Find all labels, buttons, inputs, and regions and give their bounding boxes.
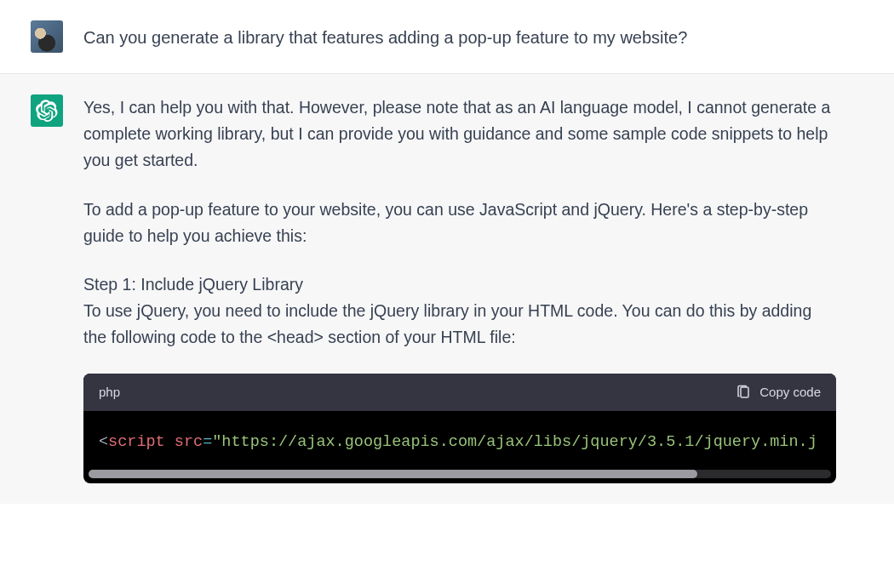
user-message: Can you generate a library that features…	[0, 0, 894, 74]
clipboard-icon	[736, 385, 751, 400]
copy-code-label: Copy code	[759, 382, 821, 402]
code-scrollbar[interactable]	[89, 470, 831, 478]
code-header: php Copy code	[83, 374, 836, 411]
step1-title: Step 1: Include jQuery Library	[83, 275, 303, 294]
code-block: php Copy code <script src="https://ajax.…	[83, 374, 836, 484]
user-text: Can you generate a library that features…	[83, 20, 867, 53]
code-body[interactable]: <script src="https://ajax.googleapis.com…	[83, 411, 836, 464]
assistant-content: Yes, I can help you with that. However, …	[83, 94, 867, 483]
code-lang-label: php	[99, 382, 120, 402]
openai-icon	[36, 100, 58, 122]
step1-body: To use jQuery, you need to include the j…	[83, 301, 811, 346]
assistant-avatar	[31, 94, 63, 127]
code-scrollbar-thumb[interactable]	[89, 470, 697, 478]
assistant-message: Yes, I can help you with that. However, …	[0, 74, 894, 504]
copy-code-button[interactable]: Copy code	[736, 382, 821, 402]
svg-rect-0	[741, 387, 748, 397]
user-avatar	[31, 20, 63, 53]
assistant-p1: Yes, I can help you with that. However, …	[83, 94, 836, 174]
assistant-step1: Step 1: Include jQuery Library To use jQ…	[83, 271, 836, 351]
assistant-p2: To add a pop-up feature to your website,…	[83, 197, 836, 249]
